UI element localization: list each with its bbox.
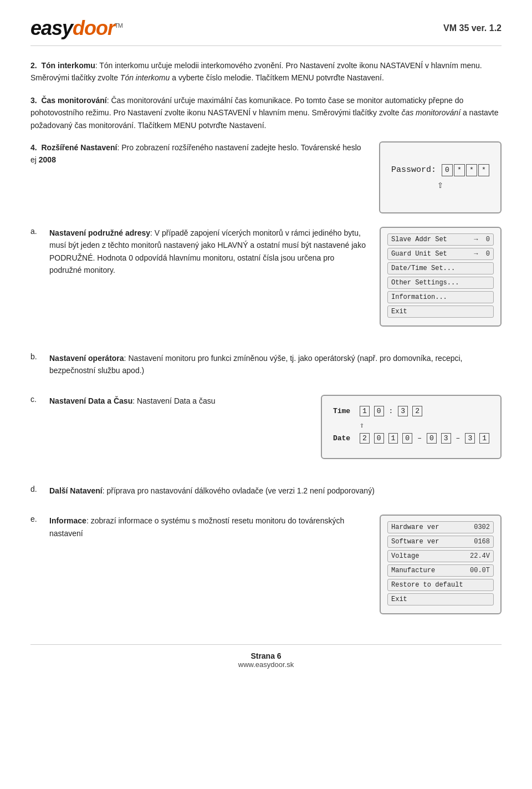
sub-d-letter: d. (30, 485, 40, 493)
page-header: easydoorTM VM 35 ver. 1.2 (30, 17, 502, 46)
section-3-num: 3. (30, 96, 37, 105)
sub-e-text-col: Informace: zobrazí informace o systému s… (49, 515, 366, 545)
sub-c-letter: c. (30, 395, 40, 404)
section-3: 3. Čas monitorování: Čas monitorování ur… (30, 94, 502, 131)
section-4-text-col: 4. Rozšířené Nastavení: Pro zobrazení ro… (30, 141, 366, 172)
sub-item-d: d. Další Natavení: příprava pro nastavov… (30, 485, 502, 502)
time-label: Time (333, 407, 355, 415)
sub-d-content: Další Natavení: příprava pro nastavování… (49, 485, 502, 502)
date-d2: 0 (374, 433, 384, 444)
section-2-num: 2. (30, 61, 37, 70)
date-d8: 1 (479, 433, 489, 444)
password-display: Password: 0 * * * ⇧ (379, 141, 502, 213)
password-label: Password: (391, 165, 436, 175)
menu-label-exit: Exit (391, 308, 490, 315)
sub-a-menu-display: Slave Addr Set → 0 Guard Unit Set → 0 Da… (380, 227, 502, 327)
section-2: 2. Tón interkomu: Tón interkomu určuje m… (30, 59, 502, 84)
info-label-sw: Software ver (391, 538, 439, 546)
time-d3: 3 (398, 406, 408, 416)
section-2-text2: a vyberte číslo melodie. Tlačítkem MENU … (170, 73, 384, 82)
sub-item-a: a. Nastavení podružné adresy: V případě … (30, 227, 502, 340)
pchar-2: * (466, 164, 477, 176)
menu-row-info: Information... (387, 291, 494, 303)
sub-item-b: b. Nastavení operátora: Nastavení monito… (30, 352, 502, 383)
date-d6: 3 (441, 433, 451, 444)
page-footer: Strana 6 www.easydoor.sk (30, 644, 502, 669)
sub-a-text-col: Nastavení podružné adresy: V případě zap… (49, 227, 366, 282)
logo-tm: TM (115, 22, 122, 29)
menu-label-slave: Slave Addr Set (391, 236, 474, 243)
info-label-exit: Exit (391, 595, 407, 603)
info-label-restore: Restore to default (391, 581, 463, 589)
menu-label-guard: Guard Unit Set (391, 250, 474, 258)
sub-item-c: c. Nastavení Data a Času: Nastavení Data… (30, 395, 502, 472)
logo: easydoorTM (30, 17, 122, 40)
time-d2: 0 (374, 406, 384, 416)
sub-c-para: Nastavení Data a Času: Nastavení Data a … (49, 395, 308, 407)
sub-a-letter: a. (30, 227, 40, 236)
sub-item-e: e. Informace: zobrazí informace o systém… (30, 515, 502, 628)
sub-a-layout: Nastavení podružné adresy: V případě zap… (49, 227, 502, 327)
time-row: Time 1 0 : 3 2 (333, 406, 489, 416)
logo-door: door (73, 17, 115, 39)
info-val-manufacture: 00.0T (470, 567, 490, 574)
date-label: Date (333, 434, 355, 442)
section-4-img-col: Password: 0 * * * ⇧ (379, 141, 502, 213)
date-d1: 2 (360, 433, 370, 444)
menu-row-other: Other Settings... (387, 277, 494, 289)
menu-value-guard: → 0 (474, 250, 490, 258)
info-row-sw: Software ver 0168 (387, 536, 494, 548)
info-row-voltage: Voltage 22.4V (387, 550, 494, 562)
time-d4: 2 (412, 406, 422, 416)
info-row-manufacture: Manufacture 00.0T (387, 564, 494, 577)
section-2-bold: Tón interkomu (41, 61, 95, 70)
section-3-text: 3. Čas monitorování: Čas monitorování ur… (30, 94, 502, 131)
pchar-1: * (454, 164, 465, 176)
sub-d-para: Další Natavení: příprava pro nastavování… (49, 485, 502, 497)
info-row-exit: Exit (387, 593, 494, 605)
pchar-0: 0 (442, 164, 453, 176)
section-4-num: 4. (30, 143, 37, 152)
page: easydoorTM VM 35 ver. 1.2 2. Tón interko… (0, 0, 532, 789)
sub-c-text-col: Nastavení Data a Času: Nastavení Data a … (49, 395, 308, 413)
sub-a-bold: Nastavení podružné adresy (49, 228, 150, 237)
sub-b-letter: b. (30, 352, 40, 361)
section-4-layout: 4. Rozšířené Nastavení: Pro zobrazení ro… (30, 141, 502, 213)
sub-d-text: : příprava pro nastavování dálkového ovl… (103, 486, 375, 495)
sub-b-bold: Nastavení operátora (49, 354, 124, 363)
date-d4: 0 (402, 433, 412, 444)
info-row-hw: Hardware ver 0302 (387, 521, 494, 533)
date-d7: 3 (465, 433, 475, 444)
menu-row-exit: Exit (387, 306, 494, 318)
menu-row-datetime: Date/Time Set... (387, 262, 494, 274)
sub-e-layout: Informace: zobrazí informace o systému s… (49, 515, 502, 614)
sub-e-img-col: Hardware ver 0302 Software ver 0168 Volt… (380, 515, 502, 614)
footer-url: www.easydoor.sk (30, 660, 502, 669)
sub-d-bold: Další Natavení (49, 486, 103, 495)
info-label-manufacture: Manufacture (391, 567, 435, 574)
sub-e-bold: Informace (49, 516, 86, 525)
menu-label-other: Other Settings... (391, 279, 490, 287)
sub-b-para: Nastavení operátora: Nastavení monitoru … (49, 352, 502, 377)
time-arrow-row: ⇧ (333, 421, 489, 430)
info-label-voltage: Voltage (391, 552, 419, 560)
section-4-bold: Rozšířené Nastavení (41, 143, 117, 152)
sub-c-content: Nastavení Data a Času: Nastavení Data a … (49, 395, 502, 472)
sub-e-para: Informace: zobrazí informace o systému s… (49, 515, 366, 539)
menu-label-info: Information... (391, 293, 490, 301)
sub-e-letter: e. (30, 515, 40, 523)
section-2-italic: Tón interkomu (120, 73, 170, 82)
date-d3: 1 (388, 433, 398, 444)
page-title: VM 35 ver. 1.2 (443, 23, 502, 33)
info-val-hw: 0302 (474, 523, 490, 531)
menu-row-guard: Guard Unit Set → 0 (387, 248, 494, 260)
section-4-para: 4. Rozšířené Nastavení: Pro zobrazení ro… (30, 141, 366, 166)
logo-easy: easy (30, 17, 73, 39)
section-4: 4. Rozšířené Nastavení: Pro zobrazení ro… (30, 141, 502, 213)
section-2-text: 2. Tón interkomu: Tón interkomu určuje m… (30, 59, 502, 84)
time-d1: 1 (360, 406, 370, 416)
menu-label-datetime: Date/Time Set... (391, 264, 490, 272)
sub-e-content: Informace: zobrazí informace o systému s… (49, 515, 502, 628)
date-d5: 0 (427, 433, 437, 444)
time-colon: : (389, 407, 393, 415)
